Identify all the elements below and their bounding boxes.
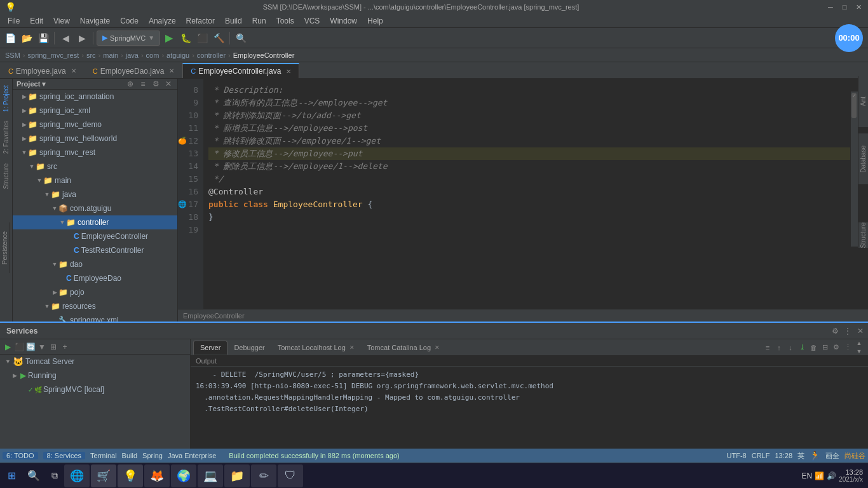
wrap-icon[interactable]: ≡ bbox=[763, 342, 773, 353]
search-taskbar-btn[interactable]: 🔍 bbox=[22, 464, 45, 487]
menu-vcs[interactable]: VCS bbox=[299, 15, 325, 27]
panel-structure[interactable]: Structure bbox=[1, 159, 11, 193]
taskview-btn[interactable]: ⧉ bbox=[46, 464, 63, 487]
menu-view[interactable]: View bbox=[48, 15, 75, 27]
menu-run[interactable]: Run bbox=[247, 15, 271, 27]
start-button[interactable]: ⊞ bbox=[3, 464, 21, 487]
svc-add-btn[interactable]: + bbox=[60, 342, 70, 352]
ant-panel[interactable]: Ant bbox=[858, 79, 868, 127]
tree-pojo[interactable]: ▶ 📁 pojo bbox=[13, 285, 177, 299]
collapse-icon[interactable]: ≡ bbox=[138, 79, 148, 89]
tab-employeecontroller[interactable]: C EmployeeController.java ✕ bbox=[182, 63, 299, 78]
run-button[interactable]: ▶ bbox=[161, 30, 177, 46]
menu-analyze[interactable]: Analyze bbox=[144, 15, 181, 27]
tab-debugger[interactable]: Debugger bbox=[227, 341, 271, 355]
menu-build[interactable]: Build bbox=[220, 15, 247, 27]
bc-ssm[interactable]: SSM bbox=[5, 51, 20, 59]
bc-com[interactable]: com bbox=[146, 51, 159, 59]
menu-file[interactable]: File bbox=[3, 15, 25, 27]
taskbar-edge[interactable]: 🌐 bbox=[64, 464, 90, 487]
status-spring[interactable]: Spring bbox=[142, 452, 163, 459]
svc-restart-btn[interactable]: 🔄 bbox=[25, 342, 36, 352]
tab-employeedao[interactable]: C EmployeeDao.java ✕ bbox=[85, 63, 183, 78]
menu-refactor[interactable]: Refactor bbox=[181, 15, 220, 27]
maximize-button[interactable]: □ bbox=[840, 3, 849, 11]
search-button[interactable]: 🔍 bbox=[233, 30, 248, 46]
debug-button[interactable]: 🐛 bbox=[178, 30, 193, 46]
tree-employeedao[interactable]: C EmployeeDao bbox=[13, 271, 177, 285]
tab-close-employeedao[interactable]: ✕ bbox=[169, 67, 174, 74]
forward-button[interactable]: ▶ bbox=[74, 30, 90, 46]
tomcat-server-row[interactable]: ▼ 🐱 Tomcat Server bbox=[0, 355, 190, 369]
tab-close-employee[interactable]: ✕ bbox=[71, 67, 76, 74]
menu-edit[interactable]: Edit bbox=[25, 15, 48, 27]
menu-navigate[interactable]: Navigate bbox=[75, 15, 115, 27]
tree-controller[interactable]: ▼ 📁 controller bbox=[13, 215, 177, 229]
scroll-up-icon[interactable]: ↑ bbox=[774, 342, 784, 353]
save-button[interactable]: 💾 bbox=[36, 30, 51, 46]
build-button[interactable]: 🔨 bbox=[211, 30, 226, 46]
services-layout-btn[interactable]: ⋮ bbox=[843, 326, 853, 336]
tree-spring-ioc-annotation[interactable]: ▶ 📁 spring_ioc_annotation bbox=[13, 90, 177, 104]
bc-src[interactable]: src bbox=[86, 51, 96, 59]
tab-server[interactable]: Server bbox=[193, 341, 227, 355]
menu-code[interactable]: Code bbox=[115, 15, 144, 27]
taskbar-app1[interactable]: 💻 bbox=[198, 464, 223, 487]
scroll-top-btn[interactable]: ▲ bbox=[855, 339, 863, 347]
minimize-button[interactable]: ─ bbox=[826, 3, 835, 11]
tree-spring-mvc-demo[interactable]: ▶ 📁 spring_mvc_demo bbox=[13, 118, 177, 132]
bc-project[interactable]: spring_mvc_rest bbox=[28, 51, 79, 59]
database-panel[interactable]: Database bbox=[858, 133, 868, 184]
services-close-btn[interactable]: ✕ bbox=[855, 326, 865, 336]
tree-java[interactable]: ▼ 📁 java bbox=[13, 187, 177, 201]
services-settings-btn[interactable]: ⚙ bbox=[830, 326, 840, 336]
status-todo[interactable]: 6: TODO bbox=[3, 452, 38, 459]
stop-button[interactable]: ⬛ bbox=[194, 30, 210, 46]
taskbar-shield[interactable]: 🛡 bbox=[278, 464, 303, 487]
taskbar-files[interactable]: 📁 bbox=[224, 464, 250, 487]
clear-icon[interactable]: 🗑 bbox=[808, 342, 818, 353]
locate-icon[interactable]: ⊕ bbox=[125, 79, 135, 89]
structure-panel[interactable]: Structure bbox=[858, 222, 868, 248]
springmvc-local-row[interactable]: ✓ 🌿 SpringMVC [local] bbox=[0, 383, 190, 396]
layout-icon[interactable]: ⋮ bbox=[843, 342, 853, 353]
output-content[interactable]: - DELETE /SpringMVC/user/5 ; parameters=… bbox=[191, 367, 868, 449]
tab-tomcat-catalina[interactable]: Tomcat Catalina Log ✕ bbox=[361, 341, 446, 355]
tree-employeecontroller[interactable]: C EmployeeController bbox=[13, 229, 177, 243]
menu-help[interactable]: Help bbox=[362, 15, 388, 27]
status-terminal[interactable]: Terminal bbox=[90, 452, 117, 459]
close-button[interactable]: ✕ bbox=[854, 3, 863, 11]
gear-icon[interactable]: ⚙ bbox=[831, 342, 841, 353]
status-javaee[interactable]: Java Enterprise bbox=[168, 452, 216, 459]
taskbar-idea[interactable]: 💡 bbox=[118, 464, 143, 487]
taskbar-pen[interactable]: ✏ bbox=[251, 464, 276, 487]
bc-controller[interactable]: controller bbox=[197, 51, 226, 59]
tab-tomcat-catalina-close[interactable]: ✕ bbox=[435, 344, 440, 351]
menu-tools[interactable]: Tools bbox=[271, 15, 299, 27]
svc-stop-btn[interactable]: ⬛ bbox=[14, 342, 24, 352]
tree-main[interactable]: ▼ 📁 main bbox=[13, 173, 177, 187]
tab-tomcat-localhost[interactable]: Tomcat Localhost Log ✕ bbox=[271, 341, 361, 355]
tree-spring-mvc-rest[interactable]: ▼ 📁 spring_mvc_rest bbox=[13, 146, 177, 159]
tree-spring-ioc-xml[interactable]: ▶ 📁 spring_ioc_xml bbox=[13, 104, 177, 118]
panel-favorites[interactable]: 2: Favorites bbox=[1, 117, 11, 158]
bc-java[interactable]: java bbox=[126, 51, 139, 59]
tree-springmvcxml[interactable]: 🔧 springmvc.xml bbox=[13, 313, 177, 322]
svc-filter-btn[interactable]: ▼ bbox=[37, 342, 47, 352]
bc-atguigu[interactable]: atguigu bbox=[166, 51, 189, 59]
open-button[interactable]: 📂 bbox=[19, 30, 34, 46]
new-file-button[interactable]: 📄 bbox=[3, 30, 18, 46]
close-sidebar-icon[interactable]: ✕ bbox=[163, 79, 173, 89]
code-area[interactable]: * Description: * 查询所有的员工信息-->/employee--… bbox=[203, 79, 868, 309]
settings-icon[interactable]: ⚙ bbox=[151, 79, 161, 89]
status-services[interactable]: 8: Services bbox=[43, 452, 85, 459]
svc-run-btn[interactable]: ▶ bbox=[3, 342, 13, 352]
panel-project[interactable]: 1: Project bbox=[1, 81, 11, 116]
editor-content[interactable]: 8 9 10 11 🍊12 13 14 15 16 🌐17 18 19 * De bbox=[178, 79, 868, 309]
running-row[interactable]: ▶ ▶ Running bbox=[0, 369, 190, 383]
bc-main[interactable]: main bbox=[103, 51, 118, 59]
tree-dao[interactable]: ▼ 📁 dao bbox=[13, 257, 177, 271]
scroll-end-icon[interactable]: ⤓ bbox=[797, 342, 807, 353]
filter-icon[interactable]: ⊟ bbox=[820, 342, 830, 353]
back-button[interactable]: ◀ bbox=[58, 30, 73, 46]
